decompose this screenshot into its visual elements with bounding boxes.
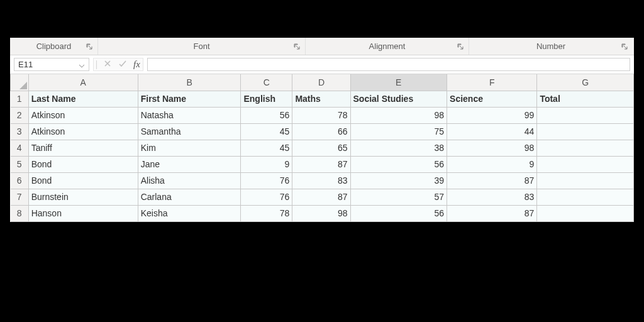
cell[interactable]: Bond: [28, 172, 138, 189]
row-header[interactable]: 6: [11, 172, 29, 189]
cell[interactable]: Last Name: [28, 91, 138, 107]
worksheet-grid[interactable]: A B C D E F G 1 Last Name First Name Eng…: [10, 74, 634, 222]
ribbon-group-number: Number: [469, 38, 633, 55]
column-header-row: A B C D E F G: [11, 74, 634, 91]
cell[interactable]: Bond: [28, 156, 138, 172]
cell[interactable]: English: [241, 91, 292, 107]
cell[interactable]: 56: [350, 205, 447, 221]
cell[interactable]: 99: [447, 107, 537, 123]
cell[interactable]: Natasha: [138, 107, 241, 123]
cell[interactable]: Jane: [138, 156, 241, 172]
cell[interactable]: [537, 189, 634, 205]
dialog-launcher-icon[interactable]: [620, 42, 629, 51]
cell[interactable]: 87: [447, 205, 537, 221]
name-box[interactable]: E11: [14, 58, 89, 71]
cell[interactable]: Burnstein: [28, 189, 138, 205]
cell[interactable]: 98: [350, 107, 447, 123]
cell[interactable]: 56: [350, 156, 447, 172]
cell[interactable]: 9: [241, 156, 292, 172]
cell[interactable]: [537, 140, 634, 156]
chevron-down-icon[interactable]: [79, 62, 85, 68]
cell[interactable]: Maths: [292, 91, 350, 107]
cell[interactable]: 45: [241, 123, 292, 140]
cell[interactable]: 9: [447, 156, 537, 172]
formula-bar-buttons: fx: [93, 58, 143, 71]
dialog-launcher-icon[interactable]: [85, 42, 94, 51]
cell[interactable]: 76: [241, 189, 292, 205]
ribbon-group-alignment: Alignment: [306, 38, 469, 55]
table-row: 7 Burnstein Carlana 76 87 57 83: [11, 189, 634, 205]
cell[interactable]: 65: [292, 140, 350, 156]
cell[interactable]: 83: [447, 189, 537, 205]
row-header[interactable]: 5: [11, 156, 29, 172]
cell[interactable]: First Name: [138, 91, 241, 107]
cell[interactable]: 98: [292, 205, 350, 221]
cell[interactable]: Social Studies: [350, 91, 447, 107]
ribbon-group-label: Alignment: [369, 42, 406, 51]
cell[interactable]: 87: [447, 172, 537, 189]
cell[interactable]: Hanson: [28, 205, 138, 221]
row-header[interactable]: 3: [11, 123, 29, 140]
table-row: 1 Last Name First Name English Maths Soc…: [11, 91, 634, 107]
cell[interactable]: [537, 156, 634, 172]
col-header-C[interactable]: C: [241, 74, 292, 91]
row-header[interactable]: 2: [11, 107, 29, 123]
cell[interactable]: Keisha: [138, 205, 241, 221]
cell[interactable]: 78: [241, 205, 292, 221]
ribbon-group-strip: Clipboard Font Alignment Number: [10, 38, 634, 55]
cell[interactable]: Kim: [138, 140, 241, 156]
formula-bar-row: E11 fx: [10, 55, 634, 74]
col-header-B[interactable]: B: [138, 74, 241, 91]
cell[interactable]: 57: [350, 189, 447, 205]
cell[interactable]: 45: [241, 140, 292, 156]
dialog-launcher-icon[interactable]: [292, 42, 301, 51]
insert-function-icon[interactable]: fx: [133, 59, 140, 70]
table-row: 8 Hanson Keisha 78 98 56 87: [11, 205, 634, 221]
cell[interactable]: 87: [292, 189, 350, 205]
cell[interactable]: 38: [350, 140, 447, 156]
ribbon-group-clipboard: Clipboard: [10, 38, 98, 55]
cell[interactable]: 87: [292, 156, 350, 172]
cell[interactable]: 75: [350, 123, 447, 140]
col-header-D[interactable]: D: [292, 74, 350, 91]
cell[interactable]: Science: [447, 91, 537, 107]
col-header-E[interactable]: E: [350, 74, 447, 91]
cell[interactable]: Taniff: [28, 140, 138, 156]
cell[interactable]: Carlana: [138, 189, 241, 205]
cell[interactable]: [537, 123, 634, 140]
select-all-corner[interactable]: [11, 74, 29, 91]
cell[interactable]: Atkinson: [28, 123, 138, 140]
cell[interactable]: 83: [292, 172, 350, 189]
col-header-G[interactable]: G: [537, 74, 634, 91]
table-row: 6 Bond Alisha 76 83 39 87: [11, 172, 634, 189]
cell[interactable]: Samantha: [138, 123, 241, 140]
table-row: 2 Atkinson Natasha 56 78 98 99: [11, 107, 634, 123]
row-header[interactable]: 8: [11, 205, 29, 221]
cell[interactable]: 39: [350, 172, 447, 189]
cell[interactable]: [537, 205, 634, 221]
row-header[interactable]: 7: [11, 189, 29, 205]
separator: [96, 60, 97, 69]
cancel-icon[interactable]: [103, 59, 112, 70]
cell[interactable]: [537, 107, 634, 123]
col-header-A[interactable]: A: [28, 74, 138, 91]
enter-icon[interactable]: [118, 59, 127, 70]
cell[interactable]: 78: [292, 107, 350, 123]
row-header[interactable]: 4: [11, 140, 29, 156]
ribbon-group-label: Font: [193, 42, 209, 51]
row-header[interactable]: 1: [11, 91, 29, 107]
cell[interactable]: 66: [292, 123, 350, 140]
cell[interactable]: 44: [447, 123, 537, 140]
formula-input[interactable]: [147, 58, 630, 71]
excel-window: Clipboard Font Alignment Number E1: [10, 38, 634, 222]
cell[interactable]: 56: [241, 107, 292, 123]
cell[interactable]: [537, 172, 634, 189]
dialog-launcher-icon[interactable]: [456, 42, 465, 51]
cell[interactable]: Atkinson: [28, 107, 138, 123]
cell[interactable]: 76: [241, 172, 292, 189]
cell[interactable]: Total: [537, 91, 634, 107]
cell[interactable]: 98: [447, 140, 537, 156]
table-row: 4 Taniff Kim 45 65 38 98: [11, 140, 634, 156]
col-header-F[interactable]: F: [447, 74, 537, 91]
cell[interactable]: Alisha: [138, 172, 241, 189]
